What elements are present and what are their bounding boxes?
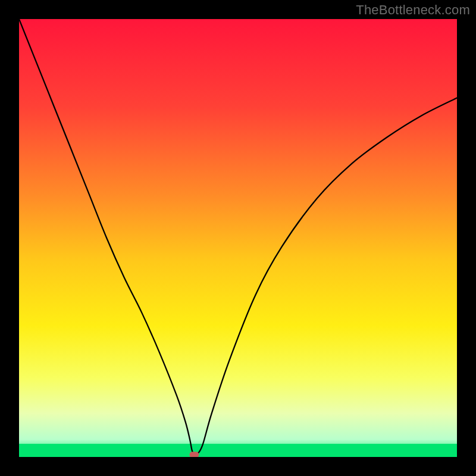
green-band	[19, 444, 457, 457]
chart-frame: TheBottleneck.com	[0, 0, 476, 476]
optimal-marker	[189, 452, 199, 457]
bottleneck-chart	[19, 19, 457, 457]
attribution-text: TheBottleneck.com	[356, 2, 470, 18]
plot-background	[19, 19, 457, 457]
